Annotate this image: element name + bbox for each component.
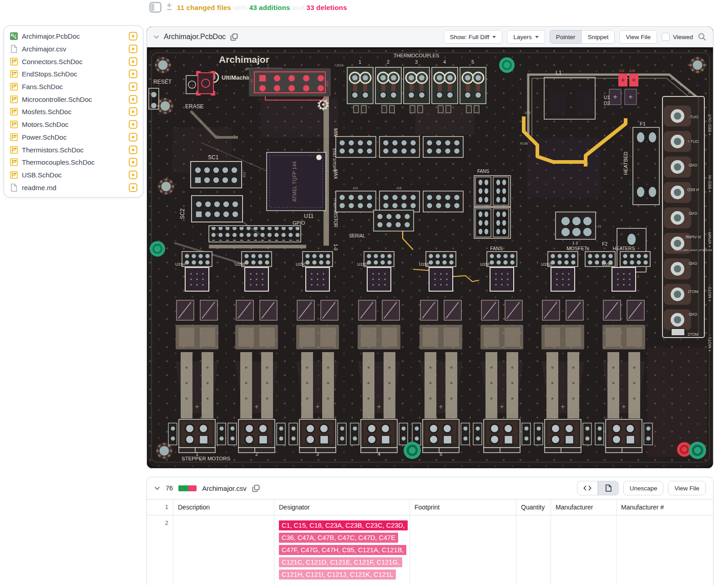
schematic-document-icon <box>10 70 18 78</box>
view-file-button[interactable]: View File <box>619 30 657 44</box>
svg-text:4: 4 <box>443 59 446 65</box>
caret-down-icon <box>535 36 539 38</box>
file-icon <box>10 45 18 53</box>
pointer-button[interactable]: Pointer <box>550 30 582 44</box>
pcb-board-render[interactable]: Archimajor .projectBoardVersion U UltiMa… <box>147 47 713 469</box>
pcb-label-f1: F1 <box>640 121 646 126</box>
modified-status-badge <box>129 95 137 104</box>
csv-actions: Unescape View File <box>577 481 706 495</box>
pcb-label-gpio: GPIO <box>293 220 305 226</box>
svg-text:2: 2 <box>387 59 389 65</box>
file-name: Motors.SchDoc <box>22 121 125 128</box>
pcbdoc-diff-panel: Archimajor.PcbDoc Show: Full Diff Layers… <box>147 26 713 469</box>
diff-marker-green-left <box>150 241 165 257</box>
diff-marker-green-top <box>499 57 515 73</box>
pcb-label-max: MAX <box>333 169 338 179</box>
csv-view-file-button[interactable]: View File <box>668 481 706 495</box>
pcb-label-l1: L1 <box>556 70 562 76</box>
pcb-label-sc1: SC1 <box>208 154 219 161</box>
svg-text:OUT -: OUT - <box>688 115 698 119</box>
file-name: Archimajor.csv <box>22 45 125 53</box>
designator-diff-line: C121H, C121I, C121J, C121K, C121L <box>279 570 396 580</box>
modified-status-badge <box>129 70 137 78</box>
svg-text:MOSFETS, FANS, AND LOGIC: MOSFETS, FANS, AND LOGIC <box>673 249 712 252</box>
column-header-description: Description <box>173 499 274 515</box>
csv-diff-panel: 76 Archimajor.csv Unescape View File 1 D… <box>147 477 713 585</box>
modified-status-badge <box>129 171 137 179</box>
code-icon <box>583 485 592 491</box>
changed-files-count: 11 changed files <box>177 4 231 11</box>
pcb-label-mosfets-pair: 1 2 <box>572 241 578 245</box>
designator-diff-line: C36, C47A, C47B, C47C, C47D, C47E <box>279 533 398 543</box>
snippet-button[interactable]: Snippet <box>581 30 615 44</box>
sidebar-toggle-icon[interactable] <box>149 2 162 13</box>
sidebar-item-microcontroller-schdoc[interactable]: Microcontroller.SchDoc <box>10 93 137 106</box>
svg-text:J12: J12 <box>242 171 246 177</box>
sidebar-item-thermistors-schdoc[interactable]: Thermistors.SchDoc <box>10 143 137 156</box>
sidebar-item-readme-md[interactable]: readme.md <box>10 181 137 194</box>
file-icon <box>605 484 612 492</box>
sidebar-item-connectors-schdoc[interactable]: Connectors.SchDoc <box>10 55 137 68</box>
viewed-checkbox-row[interactable]: Viewed <box>662 33 693 41</box>
diff-stat-bar <box>178 485 197 491</box>
sidebar-item-usb-schdoc[interactable]: USB.SchDoc <box>10 169 137 182</box>
pcb-label-j17: J17 <box>324 81 329 87</box>
modified-status-badge <box>129 82 137 91</box>
pointer-snippet-toggle: Pointer Snippet <box>550 30 615 44</box>
row-number: 1 <box>147 499 173 515</box>
pcb-label-title: Archimajor <box>219 54 269 65</box>
layers-dropdown[interactable]: Layers <box>507 30 545 44</box>
unescape-button[interactable]: Unescape <box>623 481 664 495</box>
sidebar-item-endstops-schdoc[interactable]: EndStops.SchDoc <box>10 68 137 81</box>
column-header-designator: Designator <box>274 499 410 515</box>
viewed-checkbox[interactable] <box>662 33 670 41</box>
pcb-label-erase: ERASE <box>185 103 204 110</box>
svg-text:1: 1 <box>359 59 361 65</box>
svg-text:U15D: U15D <box>357 262 368 267</box>
svg-text:U15F: U15F <box>480 262 490 267</box>
copy-path-icon[interactable] <box>252 484 260 492</box>
file-name: Mosfets.SchDoc <box>22 108 125 116</box>
modified-status-badge <box>129 133 137 141</box>
svg-text:J1: J1 <box>597 224 602 228</box>
schematic-document-icon <box>10 57 18 66</box>
pcb-document-icon <box>10 32 18 40</box>
sidebar-item-archimajor-pcbdoc[interactable]: Archimajor.PcbDoc <box>10 30 137 43</box>
svg-text:+ BED OUT: + BED OUT <box>708 114 712 136</box>
sidebar-item-archimajor-csv[interactable]: Archimajor.csv <box>10 43 137 55</box>
deletions-count: 33 deletions <box>307 4 347 11</box>
sidebar-item-thermocouples-schdoc[interactable]: Thermocouples.SchDoc <box>10 156 137 169</box>
svg-text:J21A: J21A <box>336 64 344 67</box>
svg-text:MOT2: MOT2 <box>688 332 698 337</box>
source-rendered-toggle <box>577 481 619 495</box>
designator-diff-line: C1, C15, C18, C23A, C23B, C23C, C23D, <box>279 520 408 530</box>
diff-removed-connector-j17: 1 J17 <box>249 68 331 100</box>
svg-text:+ VPWR -: + VPWR - <box>708 229 712 247</box>
svg-text:MOT1: MOT1 <box>688 289 698 294</box>
search-icon[interactable] <box>698 32 707 41</box>
pcbdoc-panel-header: Archimajor.PcbDoc Show: Full Diff Layers… <box>147 27 713 47</box>
svg-text:GND: GND <box>689 163 698 167</box>
file-icon <box>10 183 18 192</box>
rendered-view-button[interactable] <box>598 481 619 495</box>
collapse-chevron-icon[interactable] <box>153 35 159 39</box>
copy-path-icon[interactable] <box>230 33 238 41</box>
source-view-button[interactable] <box>577 481 598 495</box>
sidebar-item-power-schdoc[interactable]: Power.SchDoc <box>10 131 137 144</box>
svg-text:R148: R148 <box>520 142 528 145</box>
sidebar-item-mosfets-schdoc[interactable]: Mosfets.SchDoc <box>10 106 137 118</box>
sidebar-item-fans-schdoc[interactable]: Fans.SchDoc <box>10 81 137 93</box>
row-number: 2 <box>147 515 173 585</box>
pcb-toolbar: Show: Full Diff Layers Pointer Snippet V… <box>444 30 707 44</box>
svg-text:J14: J14 <box>353 187 358 190</box>
pcb-label-d2: D2 <box>604 101 610 106</box>
modified-status-badge <box>129 183 137 192</box>
show-full-diff-dropdown[interactable]: Show: Full Diff <box>444 30 503 44</box>
modified-status-badge <box>129 107 137 116</box>
manufacturer-number-cell <box>617 515 713 585</box>
collapse-chevron-icon[interactable] <box>154 486 160 490</box>
sidebar-item-motors-schdoc[interactable]: Motors.SchDoc <box>10 118 137 131</box>
designator-diff-line: C121C, C121D, C121E, C121F, C121G, <box>279 557 402 567</box>
pcb-label-min: MIN <box>333 128 338 136</box>
gear-icon: ⚙ <box>316 96 330 113</box>
